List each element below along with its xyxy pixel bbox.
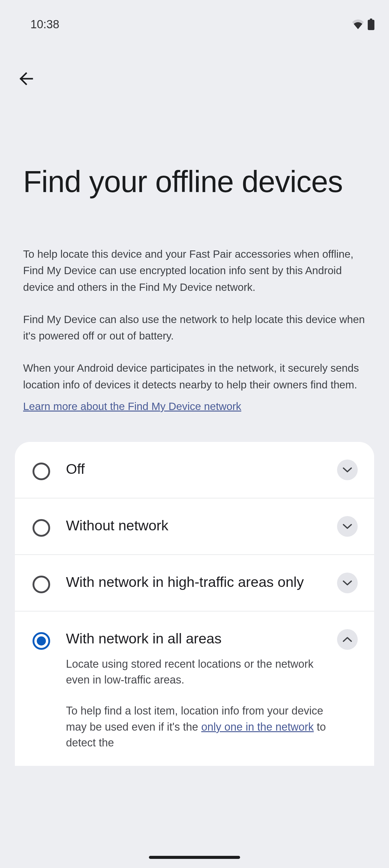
option-without-network[interactable]: Without network bbox=[15, 498, 374, 555]
intro-paragraph-3: When your Android device participates in… bbox=[23, 360, 366, 393]
intro-paragraph-1: To help locate this device and your Fast… bbox=[23, 246, 366, 296]
battery-icon bbox=[368, 19, 375, 30]
chevron-down-icon bbox=[343, 524, 352, 529]
page-title: Find your offline devices bbox=[23, 164, 366, 199]
collapse-all-areas-button[interactable] bbox=[337, 629, 358, 650]
option-all-areas-desc2: To help find a lost item, location info … bbox=[66, 703, 327, 751]
status-time: 10:38 bbox=[30, 18, 59, 31]
intro-text: To help locate this device and your Fast… bbox=[23, 246, 366, 414]
learn-more-link[interactable]: Learn more about the Find My Device netw… bbox=[23, 398, 241, 414]
radio-high-traffic[interactable] bbox=[33, 576, 50, 593]
back-button[interactable] bbox=[17, 70, 35, 88]
option-off[interactable]: Off bbox=[15, 442, 374, 498]
home-indicator[interactable] bbox=[149, 856, 240, 859]
option-all-areas[interactable]: With network in all areas Locate using s… bbox=[15, 612, 374, 766]
options-card: Off Without network With network i bbox=[15, 442, 374, 766]
option-all-areas-description: Locate using stored recent locations or … bbox=[66, 656, 327, 751]
option-without-network-label: Without network bbox=[66, 516, 327, 535]
status-icons-group bbox=[352, 19, 375, 30]
option-high-traffic[interactable]: With network in high-traffic areas only bbox=[15, 555, 374, 612]
wifi-icon bbox=[352, 20, 364, 29]
chevron-up-icon bbox=[343, 637, 352, 642]
svg-rect-1 bbox=[368, 20, 375, 30]
radio-without-network[interactable] bbox=[33, 519, 50, 537]
expand-high-traffic-button[interactable] bbox=[337, 572, 358, 593]
app-bar bbox=[0, 36, 389, 88]
chevron-down-icon bbox=[343, 467, 352, 473]
arrow-back-icon bbox=[19, 71, 33, 87]
expand-off-button[interactable] bbox=[337, 460, 358, 480]
radio-all-areas[interactable] bbox=[33, 632, 50, 650]
option-high-traffic-label: With network in high-traffic areas only bbox=[66, 572, 327, 591]
intro-paragraph-2: Find My Device can also use the network … bbox=[23, 311, 366, 344]
option-all-areas-desc1: Locate using stored recent locations or … bbox=[66, 656, 327, 688]
chevron-down-icon bbox=[343, 580, 352, 586]
only-one-link[interactable]: only one in the network bbox=[201, 721, 314, 733]
expand-without-network-button[interactable] bbox=[337, 516, 358, 537]
option-all-areas-label: With network in all areas bbox=[66, 629, 327, 648]
status-bar: 10:38 bbox=[0, 0, 389, 36]
option-off-label: Off bbox=[66, 460, 327, 478]
radio-off[interactable] bbox=[33, 463, 50, 480]
